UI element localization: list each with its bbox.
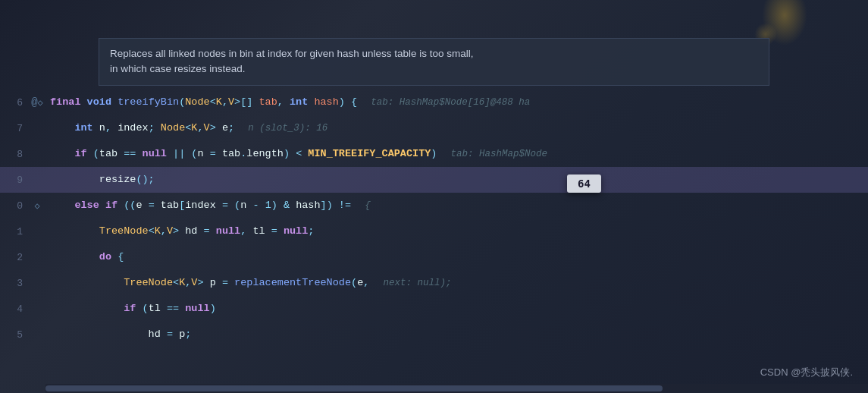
token-n: n — [99, 122, 105, 134]
scrollbar-thumb[interactable] — [45, 385, 663, 391]
token-null-14: null — [185, 303, 209, 314]
tooltip-box: Replaces all linked nodes in bin at inde… — [99, 38, 769, 86]
debug-marker-10: ◇ — [34, 200, 39, 212]
line-number-12: 2 — [0, 252, 29, 263]
line-number-8: 8 — [0, 149, 29, 160]
tooltip-line1: Replaces all linked nodes in bin at inde… — [110, 46, 758, 61]
code-content-14: if (tl == null) — [45, 296, 868, 322]
token-minus-10: - — [246, 200, 265, 211]
token-comma-13b: , — [363, 277, 375, 288]
token-amp-10: & — [284, 200, 296, 211]
scrollbar-track[interactable] — [45, 384, 868, 393]
code-content-10: else if ((e = tab[index = (n - 1) & hash… — [45, 193, 868, 219]
code-content-9: resize(); — [45, 167, 868, 193]
token-hd-15: hd — [50, 329, 161, 340]
token-comma-hd: , — [240, 225, 252, 237]
token-assign-8: = — [204, 148, 222, 159]
hint-line6: tab: HashMap$Node[16]@488 ha — [371, 97, 530, 108]
line-number-11: 1 — [0, 226, 29, 237]
line-number-13: 3 — [0, 278, 29, 289]
line-number-14: 4 — [0, 303, 29, 315]
code-content-7: int n, index; Node<K,V> e; n (slot_3): 1… — [45, 115, 868, 141]
code-content-13: TreeNode<K,V> p = replacementTreeNode(e,… — [45, 270, 868, 296]
token-assign-hd: = — [197, 225, 215, 237]
token-eq-null-14: == — [161, 303, 185, 314]
token-assign-10: = — [143, 200, 161, 211]
token-gt-7: > — [210, 122, 222, 134]
token-brace: ) { — [339, 96, 357, 108]
token-tab-8: tab — [99, 148, 118, 159]
token-semi-15: ; — [185, 329, 191, 340]
code-line-10: 0 ◇ else if ((e = tab[index = (n - 1) & … — [0, 193, 868, 219]
token-int-7: int — [50, 122, 99, 134]
token-assign-10b: = — [216, 200, 234, 211]
token-paren-10b: ( — [234, 200, 240, 211]
code-line-8: 8 if (tab == null || (n = tab.length) < … — [0, 141, 868, 167]
token-comma-n: , — [105, 122, 118, 134]
token-resize: resize — [50, 174, 136, 185]
hint-line8: tab: HashMap$Node — [451, 149, 548, 159]
code-line-15: 5 hd = p; — [0, 322, 868, 347]
token-paren-10: (( — [124, 200, 136, 211]
token-paren-14: ( — [143, 303, 149, 314]
token-lt-13: < — [173, 277, 179, 288]
line-number-9: 9 — [0, 174, 29, 186]
hint-line13: next: null); — [383, 278, 451, 288]
token-treenode-11: TreeNode — [50, 225, 149, 237]
token-assign-p: = — [216, 277, 234, 288]
code-line-12: 2 do { — [0, 244, 868, 270]
tooltip-line2: in which case resizes instead. — [110, 61, 758, 77]
code-line-7: 7 int n, index; Node<K,V> e; n (slot_3):… — [0, 115, 868, 141]
token-final: final — [50, 96, 87, 108]
token-else-if: else if — [50, 200, 124, 211]
token-tab: tab — [259, 96, 277, 108]
token-or: || — [167, 148, 191, 159]
token-lt: < — [210, 96, 216, 108]
token-tab-10: tab — [161, 200, 179, 211]
token-e: e — [222, 122, 228, 134]
token-treeifybin: treeifyBin — [118, 96, 179, 108]
token-if-8: if — [50, 148, 93, 159]
token-treenode-13: TreeNode — [50, 277, 173, 288]
breakpoint-icon-6: @ — [31, 96, 37, 108]
code-content-12: do { — [45, 244, 868, 270]
token-null-8: null — [143, 148, 167, 159]
line-number-7: 7 — [0, 123, 29, 134]
code-editor: Replaces all linked nodes in bin at inde… — [0, 0, 868, 393]
token-K-11: K — [155, 225, 161, 237]
token-comma2: , — [277, 96, 290, 108]
token-semi-tl: ; — [308, 225, 314, 237]
line-number-6: 6 — [0, 97, 29, 108]
token-comma1: , — [222, 96, 228, 108]
token-eq-null: == — [118, 148, 142, 159]
token-semi-resize: (); — [136, 174, 154, 185]
token-length-8: length — [246, 148, 284, 159]
code-content-6: final void treeifyBin(Node<K,V>[] tab, i… — [45, 90, 868, 115]
token-null-hd: null — [216, 225, 240, 237]
token-hd: hd — [185, 225, 197, 237]
watermark: CSDN @秃头披风侠. — [760, 366, 853, 379]
token-comma-11: , — [161, 225, 167, 237]
token-if-14: if — [50, 303, 143, 314]
token-assign-tl: = — [265, 225, 284, 237]
token-semi-e: ; — [228, 122, 234, 134]
token-do: do — [50, 251, 118, 263]
token-close-if: ) — [431, 148, 437, 159]
code-line-6: 6 @ ◇ final void treeifyBin(Node<K,V>[] … — [0, 90, 868, 115]
code-content-15: hd = p; — [45, 322, 868, 347]
token-tl-14: tl — [149, 303, 161, 314]
token-n-8: n — [197, 148, 203, 159]
token-void: void — [87, 96, 118, 108]
code-line-13: 3 TreeNode<K,V> p = replacementTreeNode(… — [0, 270, 868, 296]
token-V-7: V — [204, 122, 210, 134]
line-number-15: 5 — [0, 329, 29, 341]
value-popup: 64 — [567, 174, 601, 193]
token-close-10: 1) — [265, 200, 284, 211]
code-line-9: 9 resize(); — [0, 167, 868, 193]
token-hash: hash — [314, 96, 338, 108]
token-lt-op-8: < — [296, 148, 308, 159]
token-comma-7: , — [197, 122, 203, 134]
token-hash-10: hash — [296, 200, 320, 211]
token-gt-13: > — [197, 277, 209, 288]
token-tab-8b: tab — [222, 148, 240, 159]
